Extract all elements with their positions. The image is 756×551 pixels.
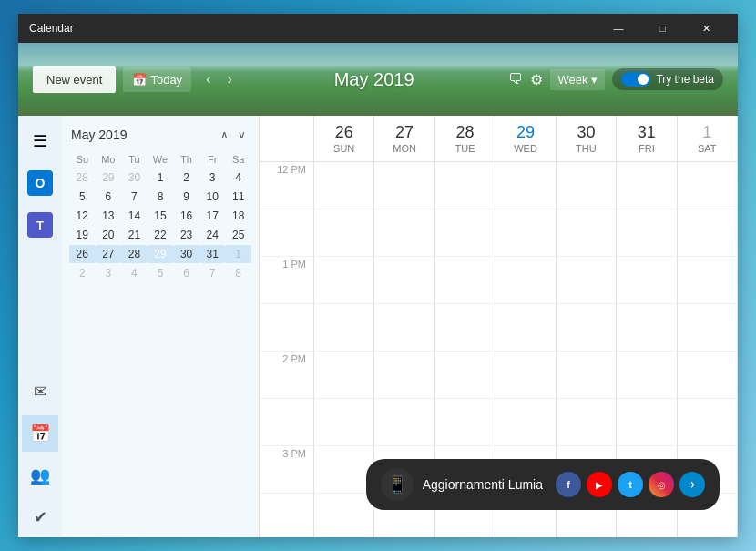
- cell-sun-1300[interactable]: [314, 257, 374, 304]
- hamburger-menu-button[interactable]: ☰: [22, 123, 58, 159]
- mini-day-16[interactable]: 16: [173, 207, 199, 225]
- mini-calendar-prev-button[interactable]: ∧: [217, 127, 232, 143]
- settings-icon[interactable]: ⚙: [530, 71, 543, 88]
- mini-day-24[interactable]: 24: [199, 226, 226, 244]
- cell-tue-1430[interactable]: [435, 399, 495, 446]
- mini-day-25[interactable]: 25: [225, 226, 251, 244]
- mini-day-4[interactable]: 4: [225, 168, 251, 187]
- cell-wed-1200[interactable]: [495, 162, 556, 209]
- cell-tue-1330[interactable]: [435, 304, 495, 352]
- mini-calendar-next-button[interactable]: ∨: [234, 127, 250, 143]
- mini-day-10[interactable]: 10: [199, 188, 226, 206]
- week-selector[interactable]: Week ▾: [550, 69, 605, 90]
- cell-thu-1400[interactable]: [557, 352, 617, 399]
- mini-day-5-next[interactable]: 5: [148, 264, 174, 282]
- mini-day-29[interactable]: 29: [148, 245, 174, 263]
- mini-day-20[interactable]: 20: [96, 226, 122, 244]
- cell-fri-1300[interactable]: [617, 257, 677, 304]
- sidebar-item-people[interactable]: 👥: [22, 457, 58, 494]
- mini-day-28[interactable]: 28: [121, 245, 148, 263]
- mini-day-8[interactable]: 8: [148, 188, 174, 206]
- mini-day-22[interactable]: 22: [148, 226, 174, 244]
- mini-day-18[interactable]: 18: [225, 207, 251, 225]
- mini-day-30-prev[interactable]: 30: [121, 168, 148, 187]
- minimize-button[interactable]: —: [598, 14, 639, 43]
- facebook-icon[interactable]: f: [556, 472, 581, 497]
- cell-tue-1230[interactable]: [435, 209, 495, 257]
- cell-sun-1430[interactable]: [314, 399, 374, 446]
- cell-sun-1530[interactable]: [314, 494, 374, 537]
- mini-day-7[interactable]: 7: [121, 188, 148, 206]
- cell-fri-1230[interactable]: [617, 209, 677, 257]
- nav-back-button[interactable]: ‹: [199, 67, 218, 91]
- cell-wed-1230[interactable]: [495, 209, 556, 257]
- cell-sun-1330[interactable]: [314, 304, 374, 352]
- cell-sun-1230[interactable]: [314, 209, 374, 257]
- cell-wed-1430[interactable]: [495, 399, 556, 446]
- today-button[interactable]: 📅 Today: [123, 67, 191, 92]
- share-icon[interactable]: 🗨: [508, 71, 523, 87]
- cell-wed-1330[interactable]: [495, 304, 556, 352]
- cell-thu-1430[interactable]: [557, 399, 617, 446]
- cell-fri-1330[interactable]: [617, 304, 677, 352]
- youtube-icon[interactable]: ▶: [587, 472, 612, 497]
- cell-sat-1330[interactable]: [678, 304, 738, 352]
- mini-day-8-next[interactable]: 8: [225, 264, 251, 282]
- cell-mon-1430[interactable]: [374, 399, 434, 446]
- mini-day-21[interactable]: 21: [121, 226, 148, 244]
- sidebar-item-outlook[interactable]: O: [22, 165, 58, 201]
- sidebar-item-calendar[interactable]: 📅: [22, 415, 58, 452]
- cell-thu-1330[interactable]: [557, 304, 617, 352]
- cell-fri-1430[interactable]: [617, 399, 677, 446]
- sidebar-item-mail[interactable]: ✉: [22, 373, 58, 410]
- mini-day-23[interactable]: 23: [173, 226, 199, 244]
- new-event-button[interactable]: New event: [33, 66, 116, 93]
- toggle-switch[interactable]: [621, 72, 650, 87]
- mini-day-11[interactable]: 11: [225, 188, 251, 206]
- cell-mon-1230[interactable]: [374, 209, 434, 257]
- cell-thu-1200[interactable]: [557, 162, 617, 209]
- cell-sat-1200[interactable]: [678, 162, 738, 209]
- mini-day-13[interactable]: 13: [96, 207, 122, 225]
- cell-mon-1300[interactable]: [374, 257, 434, 304]
- twitter-icon[interactable]: t: [618, 472, 643, 497]
- mini-day-27[interactable]: 27: [96, 245, 122, 263]
- cell-mon-1200[interactable]: [374, 162, 434, 209]
- try-beta-toggle[interactable]: Try the beta: [612, 68, 723, 90]
- mini-day-1-next[interactable]: 1: [225, 245, 251, 263]
- telegram-icon[interactable]: ✈: [679, 472, 705, 497]
- cell-sun-1200[interactable]: [314, 162, 374, 209]
- mini-day-6[interactable]: 6: [96, 188, 122, 206]
- cell-thu-1300[interactable]: [557, 257, 617, 304]
- nav-forward-button[interactable]: ›: [220, 67, 239, 91]
- mini-day-30[interactable]: 30: [173, 245, 199, 263]
- mini-day-1[interactable]: 1: [148, 168, 174, 187]
- cell-sat-1300[interactable]: [678, 257, 738, 304]
- sidebar-item-tasks[interactable]: ✔: [22, 499, 58, 536]
- sidebar-item-teams[interactable]: T: [22, 207, 58, 243]
- instagram-icon[interactable]: ◎: [649, 472, 674, 497]
- cell-wed-1300[interactable]: [495, 257, 556, 304]
- cell-sat-1230[interactable]: [678, 209, 738, 257]
- cell-thu-1230[interactable]: [557, 209, 617, 257]
- mini-day-19[interactable]: 19: [69, 226, 96, 244]
- mini-day-12[interactable]: 12: [69, 207, 96, 225]
- cell-fri-1400[interactable]: [617, 352, 677, 399]
- cell-sat-1400[interactable]: [678, 352, 738, 399]
- cell-wed-1400[interactable]: [495, 352, 556, 399]
- mini-day-17[interactable]: 17: [199, 207, 226, 225]
- mini-day-2-next[interactable]: 2: [69, 264, 96, 282]
- cell-mon-1400[interactable]: [374, 352, 434, 399]
- mini-day-28-prev[interactable]: 28: [69, 168, 96, 187]
- cell-sat-1430[interactable]: [678, 399, 738, 446]
- mini-day-14[interactable]: 14: [121, 207, 148, 225]
- maximize-button[interactable]: □: [641, 14, 683, 43]
- mini-day-6-next[interactable]: 6: [173, 264, 199, 282]
- mini-day-7-next[interactable]: 7: [199, 264, 226, 282]
- mini-day-4-next[interactable]: 4: [121, 264, 148, 282]
- cell-tue-1200[interactable]: [435, 162, 495, 209]
- mini-day-5[interactable]: 5: [69, 188, 96, 206]
- mini-day-26[interactable]: 26: [69, 245, 96, 263]
- close-button[interactable]: ✕: [685, 14, 727, 43]
- mini-day-9[interactable]: 9: [173, 188, 199, 206]
